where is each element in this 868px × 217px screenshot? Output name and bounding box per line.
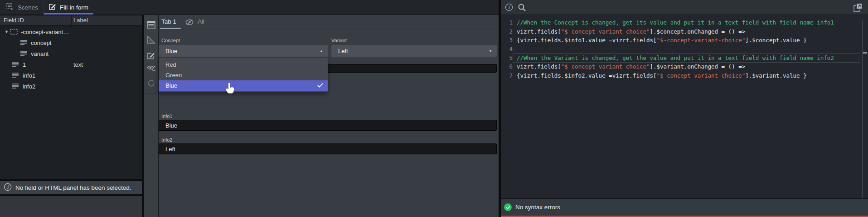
text-field-icon [12,83,20,89]
field-table-header: Field ID Label [0,15,142,26]
tree-field-id: concept [31,39,52,46]
measure-tool-button[interactable] [146,35,156,45]
line-content: {vizrt.fields.$info2.value =vizrt.fields… [517,72,807,79]
form-tab-all[interactable]: All [198,18,204,25]
svg-text:i: i [7,184,9,190]
toolbar-separator [145,93,156,94]
code-line[interactable]: 1//When the Concept is changed, get its … [501,18,862,27]
chevron-down-icon: ▼ [489,49,492,53]
code-line[interactable]: 5//When the Variant is changed, get the … [501,54,862,62]
syntax-status-bar: No syntax errors [501,198,868,216]
concept-field-label: Concept [161,38,180,43]
fill-in-form-icon [48,3,56,12]
form-tab-bar: Tab 1 All [159,15,499,30]
variant-field-label: Variant [331,38,347,43]
code-line[interactable]: 2vizrt.fields["$-concept-variant-choice"… [501,27,862,35]
line-content: //When the Concept is changed, get its v… [517,19,834,26]
script-editor-panel: i 1//When the Concept is changed, get it… [501,0,868,217]
editor-scrollbar-marker[interactable] [863,52,867,54]
toolbar-separator [145,32,156,32]
line-content: vizrt.fields["$-concept-variant-choice"]… [517,63,745,70]
concept-dropdown-list: RedGreenBlue [159,58,328,92]
form-tab-underline [160,28,181,29]
text-field-icon [20,50,28,57]
scenes-icon [6,3,14,11]
syntax-status-text: No syntax errors [515,204,560,211]
code-line[interactable]: 6vizrt.fields["$-concept-variant-choice"… [501,62,862,71]
column-divider[interactable] [71,15,72,26]
tree-row-1[interactable]: 1text [0,59,142,70]
pop-out-icon[interactable] [853,3,863,14]
dropdown-option-blue[interactable]: Blue [159,80,328,91]
line-number: 3 [501,37,513,44]
editor-scrollbar-track[interactable] [862,20,863,198]
text-field-icon [12,61,20,68]
line-number: 7 [501,72,513,79]
eye-slash-icon[interactable] [185,19,194,28]
tree-row-concept[interactable]: concept [0,37,142,48]
tree-field-id: info2 [23,83,35,90]
code-editor[interactable]: 1//When the Concept is changed, get its … [501,18,862,80]
info2-field-label: Info2 [161,137,172,143]
variant-combobox-value: Left [338,48,348,54]
tab-fill-in-form[interactable]: Fill-in form [43,0,94,15]
check-circle-icon [504,203,512,211]
active-tab-underline [44,13,93,15]
preview-button[interactable] [146,63,156,73]
tree-row-variant[interactable]: variant [0,48,142,59]
fill-in-form-preview: Tab 1 All Concept Blue ▲ Variant Left ▼ … [159,15,499,217]
field-tree: ▼-concept-variant…conceptvariant1textinf… [0,26,142,179]
dropdown-option-label: Green [165,72,182,79]
form-toolbar [144,15,158,217]
tree-field-id: -concept-variant… [21,29,69,35]
tree-row-info1[interactable]: info1 [0,70,142,81]
edit-form-button[interactable] [146,51,156,61]
dropdown-option-green[interactable]: Green [159,70,328,80]
search-icon[interactable] [518,3,526,14]
tree-field-id: 1 [23,61,26,68]
dropdown-option-red[interactable]: Red [159,59,328,70]
left-panel-footer [0,196,142,217]
tab-fill-in-form-label: Fill-in form [60,4,88,11]
selection-status-bar: i No field or HTML panel has been select… [0,181,142,195]
line-number: 1 [501,19,513,26]
code-line[interactable]: 4 [501,44,862,53]
tree-expander-icon[interactable]: ▼ [5,30,10,34]
info2-input[interactable] [159,143,497,154]
info1-input[interactable] [159,120,497,131]
dropdown-option-label: Blue [165,82,177,89]
line-number: 5 [501,54,513,61]
app-window: Scenes Fill-in form Field ID Label ▼-con… [0,0,868,217]
line-content: {vizrt.fields.$info1.value =vizrt.fields… [517,37,807,44]
info1-field-label: Info1 [161,113,172,119]
group-icon [10,29,18,35]
text-field-icon [12,72,20,79]
variant-combobox[interactable]: Left ▼ [331,45,497,57]
line-content: //When the Variant is changed, get the v… [517,54,834,61]
tree-row-info2[interactable]: info2 [0,81,142,92]
info-icon: i [4,183,12,192]
refresh-button[interactable] [146,78,156,88]
concept-combobox[interactable]: Blue ▲ [159,45,328,57]
chevron-up-icon: ▲ [320,49,323,53]
line-number: 6 [501,63,513,70]
mouse-cursor-pointer [225,82,236,97]
code-line[interactable]: 7{vizrt.fields.$info2.value =vizrt.field… [501,71,862,79]
text-field-icon [20,39,28,46]
top-tab-bar: Scenes Fill-in form [0,0,499,15]
script-info-icon[interactable]: i [505,3,513,13]
tab-scenes-label: Scenes [18,4,38,11]
line-number: 4 [501,45,513,52]
concept-combobox-value: Blue [165,48,177,54]
form-tab-1[interactable]: Tab 1 [161,18,176,25]
script-editor-toolbar: i [501,0,868,15]
code-line[interactable]: 3{vizrt.fields.$info1.value =vizrt.field… [501,36,862,44]
selection-status-text: No field or HTML panel has been selected… [15,184,131,191]
tree-row--concept-variant…[interactable]: ▼-concept-variant… [0,26,142,37]
form-view-button[interactable] [146,20,156,30]
tree-field-id: info1 [23,72,35,79]
tab-scenes[interactable]: Scenes [1,0,44,15]
tree-field-id: variant [31,50,48,57]
dropdown-option-label: Red [165,61,176,68]
svg-text:i: i [508,5,510,10]
